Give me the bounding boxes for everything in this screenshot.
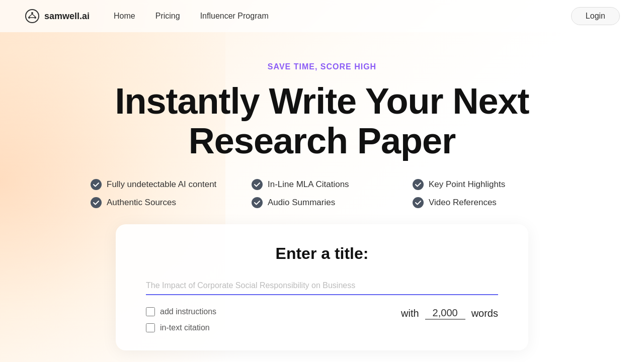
- features-grid: Fully undetectable AI content In-Line ML…: [91, 179, 553, 208]
- instructions-label: add instructions: [160, 307, 216, 316]
- feature-label: Fully undetectable AI content: [107, 179, 216, 190]
- nav-influencer[interactable]: Influencer Program: [200, 12, 269, 21]
- nav-pricing[interactable]: Pricing: [155, 12, 180, 21]
- hero-title-line2: Research Paper: [189, 121, 455, 161]
- svg-point-3: [34, 17, 36, 19]
- hero-title-line1: Instantly Write Your Next: [115, 81, 529, 121]
- tagline: SAVE TIME, SCORE HIGH: [268, 62, 376, 71]
- svg-point-9: [413, 179, 424, 190]
- card-options: add instructions in-text citation with w…: [146, 307, 498, 332]
- words-section: with words: [401, 307, 498, 320]
- check-icon-video: [413, 197, 424, 208]
- feature-highlights: Key Point Highlights: [413, 179, 553, 190]
- check-icon-audio: [252, 197, 263, 208]
- check-icon-citations: [252, 179, 263, 190]
- words-suffix-label: words: [471, 308, 498, 319]
- svg-point-10: [91, 197, 102, 208]
- svg-line-5: [32, 14, 35, 17]
- svg-point-1: [31, 12, 33, 14]
- feature-sources: Authentic Sources: [91, 197, 231, 208]
- nav-links: Home Pricing Influencer Program: [114, 12, 269, 21]
- logo-text: samwell.ai: [44, 11, 90, 22]
- feature-video: Video References: [413, 197, 553, 208]
- feature-label: Audio Summaries: [268, 198, 335, 208]
- checkbox-citation[interactable]: in-text citation: [146, 323, 216, 332]
- feature-audio: Audio Summaries: [252, 197, 392, 208]
- instructions-checkbox[interactable]: [146, 307, 155, 316]
- card-title: Enter a title:: [146, 244, 498, 263]
- checkbox-group: add instructions in-text citation: [146, 307, 216, 332]
- feature-undetectable: Fully undetectable AI content: [91, 179, 231, 190]
- feature-label: Video References: [429, 198, 497, 208]
- nav-home-link[interactable]: Home: [114, 12, 135, 20]
- check-icon-highlights: [413, 179, 424, 190]
- check-icon-undetectable: [91, 179, 102, 190]
- feature-label: Authentic Sources: [107, 198, 176, 208]
- check-icon-sources: [91, 197, 102, 208]
- feature-label: Key Point Highlights: [429, 179, 505, 190]
- navbar: samwell.ai Home Pricing Influencer Progr…: [0, 0, 644, 32]
- logo[interactable]: samwell.ai: [24, 8, 90, 24]
- logo-icon: [24, 8, 40, 24]
- checkbox-instructions[interactable]: add instructions: [146, 307, 216, 316]
- svg-point-2: [28, 17, 30, 19]
- words-with-label: with: [401, 308, 419, 319]
- feature-label: In-Line MLA Citations: [268, 179, 349, 190]
- hero-title: Instantly Write Your Next Research Paper: [115, 81, 529, 161]
- title-card: Enter a title: add instructions in-text …: [116, 224, 528, 350]
- svg-line-4: [29, 14, 32, 17]
- nav-influencer-link[interactable]: Influencer Program: [200, 12, 269, 20]
- citation-label: in-text citation: [160, 323, 210, 332]
- svg-point-0: [26, 10, 39, 23]
- svg-point-8: [252, 179, 263, 190]
- svg-point-11: [252, 197, 263, 208]
- svg-point-12: [413, 197, 424, 208]
- feature-citations: In-Line MLA Citations: [252, 179, 392, 190]
- nav-home[interactable]: Home: [114, 12, 135, 21]
- citation-checkbox[interactable]: [146, 323, 155, 332]
- title-input[interactable]: [146, 277, 498, 295]
- svg-point-7: [91, 179, 102, 190]
- nav-left: samwell.ai Home Pricing Influencer Progr…: [24, 8, 269, 24]
- login-button[interactable]: Login: [571, 7, 620, 25]
- nav-pricing-link[interactable]: Pricing: [155, 12, 180, 20]
- words-input[interactable]: [425, 307, 465, 320]
- main-content: SAVE TIME, SCORE HIGH Instantly Write Yo…: [0, 32, 644, 350]
